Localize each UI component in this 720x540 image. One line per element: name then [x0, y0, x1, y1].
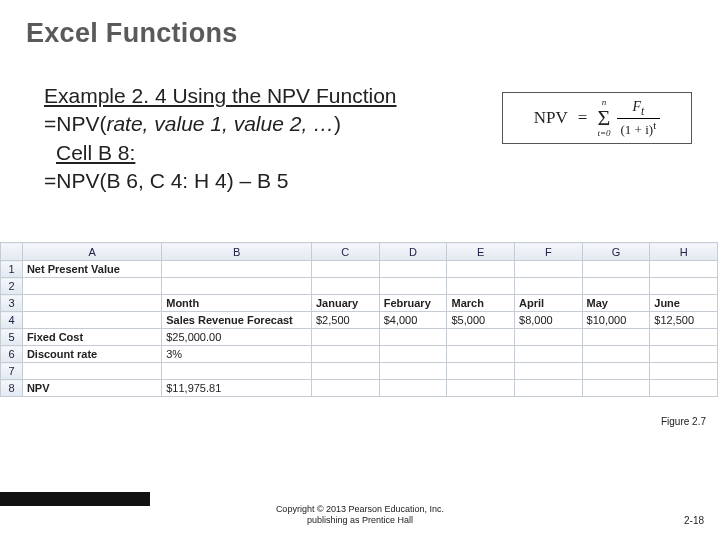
- table-row: 6Discount rate3%: [1, 346, 718, 363]
- cell: [447, 261, 515, 278]
- cell: [22, 278, 161, 295]
- cell: $10,000: [582, 312, 650, 329]
- cell: [650, 329, 718, 346]
- cell: $2,500: [311, 312, 379, 329]
- npv-syntax-pre: =NPV(: [44, 112, 106, 135]
- row-header: 7: [1, 363, 23, 380]
- cell: Sales Revenue Forecast: [162, 312, 312, 329]
- cell: [582, 261, 650, 278]
- cell: [582, 346, 650, 363]
- cell: [582, 329, 650, 346]
- cell: [162, 278, 312, 295]
- npv-syntax-line: =NPV(rate, value 1, value 2, …): [44, 110, 520, 138]
- column-header: [1, 243, 23, 261]
- cell: [447, 363, 515, 380]
- cell: [582, 278, 650, 295]
- cell: $5,000: [447, 312, 515, 329]
- cell: [515, 261, 583, 278]
- cell: 3%: [162, 346, 312, 363]
- cell: [379, 278, 447, 295]
- numerator-sub: t: [641, 104, 644, 117]
- page-number: 2-18: [684, 515, 704, 526]
- cell: [311, 329, 379, 346]
- spreadsheet: ABCDEFGH1Net Present Value23MonthJanuary…: [0, 242, 720, 397]
- row-header: 3: [1, 295, 23, 312]
- cell: $11,975.81: [162, 380, 312, 397]
- npv-syntax-args: rate, value 1, value 2, …: [106, 112, 334, 135]
- row-header: 1: [1, 261, 23, 278]
- row-header: 6: [1, 346, 23, 363]
- copyright-line1: Copyright © 2013 Pearson Education, Inc.: [0, 504, 720, 515]
- cell: January: [311, 295, 379, 312]
- cell: [22, 363, 161, 380]
- cell: [515, 278, 583, 295]
- page-title: Excel Functions: [26, 18, 238, 49]
- cell: Fixed Cost: [22, 329, 161, 346]
- example-heading: Example 2. 4 Using the NPV Function: [44, 82, 520, 110]
- cell: [582, 363, 650, 380]
- column-header: B: [162, 243, 312, 261]
- column-header: H: [650, 243, 718, 261]
- cell: $25,000.00: [162, 329, 312, 346]
- column-header: A: [22, 243, 161, 261]
- cell: [515, 380, 583, 397]
- cell: [447, 346, 515, 363]
- cell: [582, 380, 650, 397]
- row-header: 5: [1, 329, 23, 346]
- row-header: 8: [1, 380, 23, 397]
- cell: NPV: [22, 380, 161, 397]
- cell: [379, 363, 447, 380]
- column-header: E: [447, 243, 515, 261]
- table-row: 8NPV$11,975.81: [1, 380, 718, 397]
- cell-formula: =NPV(B 6, C 4: H 4) – B 5: [44, 167, 520, 195]
- cell: [447, 329, 515, 346]
- row-header: 4: [1, 312, 23, 329]
- cell: [650, 363, 718, 380]
- cell: [379, 261, 447, 278]
- cell: [515, 329, 583, 346]
- body-text: Example 2. 4 Using the NPV Function =NPV…: [44, 82, 520, 195]
- table-row: 3MonthJanuaryFebruaryMarchAprilMayJune: [1, 295, 718, 312]
- cell: [650, 380, 718, 397]
- table-row: 4Sales Revenue Forecast$2,500$4,000$5,00…: [1, 312, 718, 329]
- cell: [311, 363, 379, 380]
- cell: April: [515, 295, 583, 312]
- table-row: 7: [1, 363, 718, 380]
- cell: [22, 312, 161, 329]
- cell: [379, 346, 447, 363]
- cell: Net Present Value: [22, 261, 161, 278]
- formula-lhs: NPV: [534, 108, 568, 128]
- fraction: Ft (1 + i)t: [617, 100, 661, 137]
- cell: [22, 295, 161, 312]
- cell: [515, 363, 583, 380]
- column-header: F: [515, 243, 583, 261]
- slide: Excel Functions Example 2. 4 Using the N…: [0, 0, 720, 540]
- cell: June: [650, 295, 718, 312]
- cell: March: [447, 295, 515, 312]
- copyright-line2: publishing as Prentice Hall: [0, 515, 720, 526]
- cell: $4,000: [379, 312, 447, 329]
- cell: May: [582, 295, 650, 312]
- cell: [379, 329, 447, 346]
- cell: [311, 346, 379, 363]
- cell: [379, 380, 447, 397]
- copyright-text: Copyright © 2013 Pearson Education, Inc.…: [0, 504, 720, 526]
- column-header: D: [379, 243, 447, 261]
- cell: [650, 278, 718, 295]
- cell: Month: [162, 295, 312, 312]
- column-header: C: [311, 243, 379, 261]
- cell: $8,000: [515, 312, 583, 329]
- cell: $12,500: [650, 312, 718, 329]
- cell: [162, 363, 312, 380]
- npv-formula-box: NPV = n Σ t=0 Ft (1 + i)t: [502, 92, 692, 144]
- cell: [515, 346, 583, 363]
- table-row: 1Net Present Value: [1, 261, 718, 278]
- cell: [447, 380, 515, 397]
- row-header: 2: [1, 278, 23, 295]
- cell: [650, 261, 718, 278]
- table-row: 5Fixed Cost$25,000.00: [1, 329, 718, 346]
- equals-sign: =: [578, 108, 588, 128]
- denominator-base: (1 + i): [621, 122, 654, 137]
- column-header: G: [582, 243, 650, 261]
- cell: [650, 346, 718, 363]
